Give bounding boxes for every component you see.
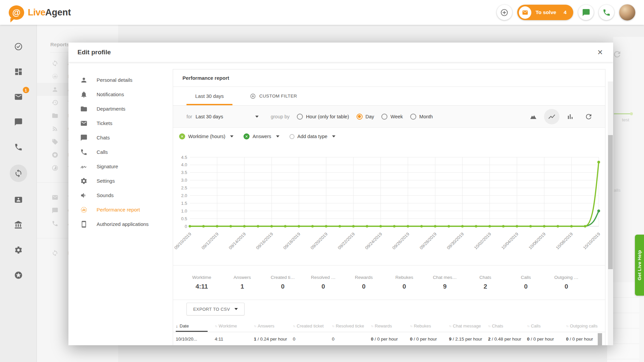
stat-value: 0	[343, 283, 384, 290]
sidebar-item-phone[interactable]	[10, 139, 27, 155]
column-header-rebukes[interactable]: ↑↓Rebukes	[410, 320, 449, 332]
phone-icon	[14, 143, 23, 152]
stat-label: Rebukes	[384, 275, 425, 280]
column-label: Date	[180, 323, 189, 328]
tab-custom-filter[interactable]: CUSTOM FILTER	[241, 87, 306, 105]
profile-nav-sounds[interactable]: Sounds	[68, 188, 166, 202]
line-chart: 00.51.01.52.02.53.03.54.04.509/10/201909…	[174, 145, 604, 261]
person-icon	[80, 76, 88, 84]
sidebar-item-sync[interactable]	[10, 165, 27, 182]
data-type-chip[interactable]: ✕Worktime (hours)	[179, 133, 233, 139]
sidebar-item-mail[interactable]: 1	[10, 89, 27, 104]
close-icon[interactable]: ×	[597, 48, 603, 57]
refresh-view-button[interactable]	[581, 109, 596, 124]
stat-value: 1	[222, 283, 263, 290]
profile-nav-signature[interactable]: Signature	[68, 159, 166, 174]
add-new-button[interactable]	[497, 5, 512, 20]
profile-nav-performance-report[interactable]: Performance report	[68, 202, 166, 217]
chevron-down-icon[interactable]	[332, 135, 335, 137]
stat-value: 0	[303, 283, 343, 290]
radio-label: Day	[366, 114, 374, 119]
chevron-down-icon	[234, 308, 238, 310]
group-by-option-day[interactable]: Day	[357, 114, 374, 120]
chevron-down-icon[interactable]	[230, 135, 233, 137]
mail-icon	[14, 93, 23, 101]
column-header-chat-message[interactable]: ↑↓Chat message	[449, 320, 488, 332]
svg-text:09/12/2019: 09/12/2019	[201, 232, 220, 251]
line-chart-icon	[548, 113, 556, 121]
profile-nav-personal-details[interactable]: Personal details	[68, 73, 166, 87]
line-chart-view-button[interactable]	[544, 109, 559, 124]
user-avatar[interactable]	[619, 4, 635, 20]
stat-label: Created ti…	[263, 275, 303, 280]
refresh-icon	[585, 113, 593, 121]
svg-text:1.5: 1.5	[181, 201, 187, 206]
column-header-outgoing-calls[interactable]: ↑↓Outgoing calls	[566, 320, 605, 332]
remove-icon[interactable]: ✕	[244, 133, 250, 139]
modal-scrollbar-thumb[interactable]	[608, 135, 613, 269]
sidebar-item-contact-card[interactable]	[10, 192, 27, 207]
chats-button[interactable]	[578, 5, 594, 20]
sort-desc-icon: ↓	[176, 323, 178, 328]
profile-nav-settings[interactable]: Settings	[68, 174, 166, 188]
column-header-created-ticket[interactable]: ↑↓Created ticket	[293, 320, 332, 332]
export-to-csv-button[interactable]: EXPORT TO CSV	[186, 303, 245, 315]
plus-circle-icon	[500, 8, 508, 17]
grid-icon	[14, 67, 23, 76]
profile-nav-chats[interactable]: Chats	[68, 130, 166, 145]
bell-icon	[80, 91, 88, 98]
table-cell: 0 / 0 per hour	[527, 337, 566, 342]
svg-text:3.0: 3.0	[181, 178, 187, 183]
chevron-down-icon[interactable]	[276, 135, 279, 137]
stat-value: 4:11	[181, 283, 222, 290]
sidebar-item-chat[interactable]	[10, 114, 27, 129]
chat-icon	[582, 8, 590, 17]
remove-icon[interactable]: ✕	[179, 133, 185, 139]
profile-nav-departments[interactable]: Departments	[68, 102, 166, 116]
stat-worktime: Worktime4:11	[181, 275, 222, 290]
stat-value: 0	[263, 283, 303, 290]
profile-nav-calls[interactable]: Calls	[68, 145, 166, 159]
group-by-option-hour[interactable]: Hour (only for table)	[297, 114, 349, 120]
calls-button[interactable]	[599, 5, 614, 20]
group-by-option-month[interactable]: Month	[410, 114, 433, 120]
sort-icon: ↑↓	[488, 324, 490, 328]
add-data-type-chip[interactable]: Add data type	[289, 134, 336, 139]
column-header-rewards[interactable]: ↑↓Rewards	[371, 320, 410, 332]
get-live-help-button[interactable]: Get Live Help	[635, 235, 644, 296]
data-type-chip[interactable]: ✕Answers	[244, 133, 279, 139]
folder-icon	[80, 105, 88, 113]
column-header-answers[interactable]: ↑↓Answers	[254, 320, 293, 332]
radio-icon	[289, 134, 294, 139]
speaker-icon	[80, 192, 88, 199]
sidebar-item-grid[interactable]	[10, 64, 27, 79]
sidebar-item-star-circle[interactable]	[10, 267, 27, 283]
column-header-resolved-ticke[interactable]: ↑↓Resolved ticke	[332, 320, 371, 332]
to-solve-button[interactable]: To solve 4	[517, 5, 573, 20]
bar-chart-view-button[interactable]	[562, 109, 578, 124]
modal-body: Personal detailsNotificationsDepartments…	[68, 62, 613, 345]
table-row[interactable]: 10/10/20...4:111 / 0.24 per hour000 / 0 …	[173, 332, 605, 345]
column-label: Calls	[531, 323, 541, 328]
tab-last-30-days[interactable]: Last 30 days	[186, 87, 232, 105]
profile-nav-notifications[interactable]: Notifications	[68, 87, 166, 102]
column-header-calls[interactable]: ↑↓Calls	[527, 320, 566, 332]
area-chart-view-button[interactable]	[526, 109, 541, 124]
modal-scrollbar[interactable]	[608, 81, 613, 345]
svg-text:09/14/2019: 09/14/2019	[228, 232, 247, 251]
date-range-select[interactable]: Last 30 days	[196, 114, 259, 119]
table-header-row: ↓Date↑↓Worktime↑↓Answers↑↓Created ticket…	[173, 320, 605, 332]
profile-nav-tickets[interactable]: Tickets	[68, 116, 166, 130]
sidebar-item-bank[interactable]	[10, 217, 27, 232]
profile-nav-label: Chats	[97, 135, 110, 140]
column-label: Rebukes	[414, 323, 431, 328]
table-scrollbar-thumb[interactable]	[598, 333, 602, 345]
profile-nav-authorized-applications[interactable]: Authorized applications	[68, 217, 166, 231]
column-header-chats[interactable]: ↑↓Chats	[488, 320, 527, 332]
column-header-worktime[interactable]: ↑↓Worktime	[215, 320, 254, 332]
column-header-date[interactable]: ↓Date	[176, 320, 215, 332]
sidebar-item-gear[interactable]	[10, 242, 27, 257]
svg-text:4.0: 4.0	[181, 162, 187, 167]
sidebar-item-check-circle[interactable]	[10, 39, 27, 54]
group-by-option-week[interactable]: Week	[381, 114, 403, 120]
